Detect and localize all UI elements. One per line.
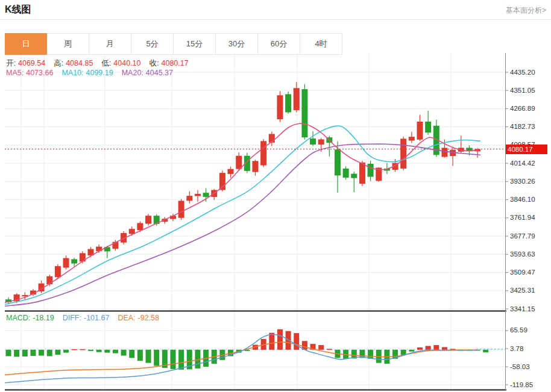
y-axis-label: 3677.79 bbox=[510, 232, 535, 240]
y-axis-label: 4435.20 bbox=[510, 69, 535, 76]
interval-tab-bar: 日周月5分15分30分60分4时 bbox=[5, 33, 342, 55]
y-axis-label: 3761.94 bbox=[510, 214, 535, 222]
header-divider bbox=[0, 19, 551, 20]
tab-日[interactable]: 日 bbox=[5, 33, 47, 55]
y-axis-label: -119.85 bbox=[510, 381, 533, 389]
kline-app: K线图 基本面分析> 日周月5分15分30分60分4时 开:4069.54高:4… bbox=[0, 0, 551, 392]
y-axis-label: 3846.10 bbox=[510, 196, 535, 204]
y-axis-label: 4182.73 bbox=[510, 123, 535, 131]
tab-5分[interactable]: 5分 bbox=[131, 33, 174, 55]
open-label: 开: bbox=[6, 59, 16, 67]
y-axis-label: 65.59 bbox=[510, 326, 527, 334]
tab-60分[interactable]: 60分 bbox=[258, 33, 300, 55]
fundamental-analysis-link[interactable]: 基本面分析> bbox=[506, 5, 546, 16]
macd-value: -18.19 bbox=[33, 314, 54, 322]
y-axis-label: 4266.89 bbox=[510, 105, 535, 113]
dea-value: -92.58 bbox=[138, 314, 159, 322]
macd-legend: MACD:-18.19DIFF:-101.67DEA:-92.58 bbox=[6, 314, 162, 322]
high-value: 4084.85 bbox=[66, 59, 93, 67]
diff-value: -101.67 bbox=[84, 314, 109, 322]
high-label: 高: bbox=[54, 59, 63, 67]
current-price-tag: 4080.17 bbox=[506, 145, 547, 154]
tab-月[interactable]: 月 bbox=[89, 33, 131, 55]
dea-label: DEA: bbox=[118, 314, 135, 322]
y-axis-label: 4014.42 bbox=[510, 160, 535, 167]
tab-30分[interactable]: 30分 bbox=[216, 33, 258, 55]
y-axis-label: 3930.26 bbox=[510, 178, 535, 185]
ma10-value: 4099.19 bbox=[86, 69, 113, 77]
page-title: K线图 bbox=[5, 4, 31, 16]
ma10-label: MA10: bbox=[61, 69, 83, 77]
ma5-value: 4073.66 bbox=[26, 69, 53, 77]
y-axis-label: -58.03 bbox=[510, 363, 530, 371]
ma20-value: 4045.37 bbox=[146, 69, 173, 77]
open-value: 4069.54 bbox=[18, 59, 45, 67]
low-value: 4040.10 bbox=[113, 59, 140, 67]
macd-label: MACD: bbox=[6, 314, 30, 322]
tab-4时[interactable]: 4时 bbox=[300, 33, 342, 55]
tab-15分[interactable]: 15分 bbox=[174, 33, 216, 55]
ma-legend: MA5:4073.66MA10:4099.19MA20:4045.37 bbox=[6, 69, 175, 77]
y-axis-label: 3341.15 bbox=[510, 305, 535, 313]
tab-周[interactable]: 周 bbox=[47, 33, 89, 55]
close-value: 4080.17 bbox=[162, 59, 189, 67]
ma5-label: MA5: bbox=[6, 69, 24, 77]
y-axis-label: 3593.63 bbox=[510, 250, 535, 258]
ma20-label: MA20: bbox=[122, 69, 143, 77]
y-axis-label: 4351.05 bbox=[510, 87, 535, 95]
y-axis-label: 3509.47 bbox=[510, 269, 535, 276]
y-axis-label: 3425.31 bbox=[510, 287, 535, 294]
y-axis-label: 3.78 bbox=[510, 345, 523, 353]
diff-label: DIFF: bbox=[63, 314, 81, 322]
ohlc-legend: 开:4069.54高:4084.85低:4040.10收:4080.17 bbox=[6, 58, 191, 69]
close-label: 收: bbox=[150, 59, 159, 67]
low-label: 低: bbox=[101, 59, 111, 67]
